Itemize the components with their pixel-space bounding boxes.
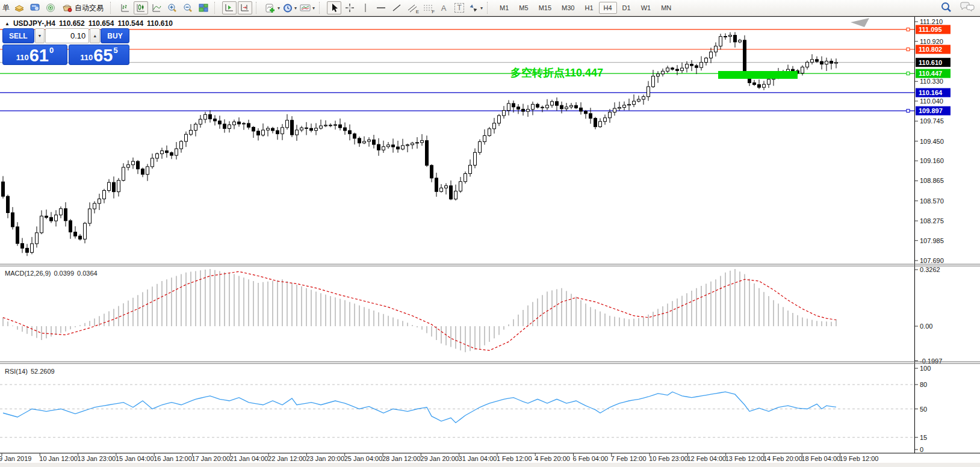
buy-button[interactable]: BUY (101, 28, 129, 43)
bar-chart-icon (120, 3, 131, 13)
volume-decrease-button[interactable]: ▼ (35, 28, 45, 43)
svg-text:22 Jan 12:00: 22 Jan 12:00 (268, 455, 306, 462)
timeframe-m30-button[interactable]: M30 (557, 2, 579, 14)
svg-text:109.897: 109.897 (919, 107, 943, 114)
time-axis[interactable]: 9 Jan 201910 Jan 12:0013 Jan 23:0015 Jan… (0, 453, 980, 462)
line-handles[interactable] (907, 28, 910, 112)
autotrading-button[interactable]: 自动交易 (59, 1, 107, 14)
svg-text:10 Feb 23:00: 10 Feb 23:00 (649, 455, 688, 462)
price-axis[interactable]: 111.210111.095110.920110.802110.610110.4… (915, 17, 980, 453)
chart-shift-icon (224, 3, 235, 13)
one-click-trading-panel: SELL ▼ ▲ BUY 110 61 0 110 65 5 (2, 28, 129, 65)
svg-text:10 Jan 12:00: 10 Jan 12:00 (39, 455, 78, 462)
svg-text:110.447: 110.447 (919, 70, 942, 77)
zoom-out-button[interactable] (181, 1, 195, 14)
auto-scroll-button[interactable] (238, 1, 252, 14)
dropdown-caret-icon: ▾ (480, 5, 483, 11)
svg-text:29 Jan 20:00: 29 Jan 20:00 (420, 455, 459, 462)
text-tool-button[interactable]: A (436, 1, 451, 14)
new-order-button[interactable]: 单 (1, 1, 11, 14)
indicators-button[interactable]: ▾ (264, 1, 281, 14)
crosshair-tool-button[interactable] (343, 1, 357, 14)
tile-windows-button[interactable] (196, 1, 211, 14)
chart-title: ▲ USDJPY-,H4 110.652 110.654 110.544 110… (5, 19, 173, 28)
history-center-button[interactable] (12, 1, 26, 14)
channel-tool-button[interactable]: E (405, 1, 420, 14)
horizontal-price-lines[interactable] (0, 29, 914, 111)
volume-input[interactable] (45, 28, 89, 43)
tile-windows-icon (198, 3, 209, 13)
svg-text:12 Feb 04:00: 12 Feb 04:00 (687, 455, 726, 462)
svg-text:108.570: 108.570 (920, 197, 944, 205)
highlight-rectangle[interactable] (718, 71, 798, 79)
signals-icon (45, 3, 56, 13)
templates-button[interactable]: ▾ (299, 1, 315, 14)
svg-text:110.164: 110.164 (919, 89, 943, 96)
rsi-pane[interactable] (0, 385, 914, 438)
svg-text:7 Feb 12:00: 7 Feb 12:00 (611, 455, 647, 462)
horizontal-line-tool-button[interactable] (374, 1, 388, 14)
toolbar-separator (214, 2, 219, 14)
svg-text:110.610: 110.610 (919, 59, 942, 66)
text-label-tool-label: T (454, 3, 464, 13)
fibonacci-tool-button[interactable]: F (421, 1, 435, 14)
chart-annotation[interactable]: 多空转折点110.447 (510, 67, 603, 79)
sell-price-big: 61 (29, 48, 49, 63)
search-icon[interactable] (940, 1, 952, 13)
toolbar: 单 自动交易 ▾ ▾ (0, 0, 980, 16)
timeframe-mn-button[interactable]: MN (656, 2, 676, 14)
signals-button[interactable] (43, 1, 58, 14)
community-icon (29, 3, 40, 13)
timeframe-m1-button[interactable]: M1 (495, 2, 513, 14)
line-chart-type-button[interactable] (149, 1, 164, 14)
sell-price-sup: 0 (49, 46, 54, 55)
svg-text:18 Feb 04:00: 18 Feb 04:00 (801, 455, 840, 462)
panel-toggle-icon[interactable]: ▲ (5, 21, 10, 26)
sell-price-box[interactable]: 110 61 0 (2, 45, 67, 65)
bar-chart-type-button[interactable] (118, 1, 132, 14)
chart-window[interactable]: 多空转折点110.447 111.210111.095110.920110.80… (0, 17, 980, 467)
macd-pane[interactable] (3, 269, 836, 352)
chat-icon[interactable] (960, 1, 975, 13)
timeframe-m5-button[interactable]: M5 (514, 2, 533, 14)
buy-price-box[interactable]: 110 65 5 (69, 45, 129, 65)
svg-text:110.330: 110.330 (920, 78, 943, 85)
chart-canvas[interactable]: 多空转折点110.447 111.210111.095110.920110.80… (0, 17, 980, 467)
candle-chart-type-button[interactable] (134, 1, 148, 14)
timeframe-h1-button[interactable]: H1 (580, 2, 598, 14)
chart-shift-button[interactable] (222, 1, 237, 14)
svg-text:109.745: 109.745 (920, 117, 944, 125)
ohlc-close: 110.610 (147, 19, 173, 28)
svg-text:50: 50 (920, 406, 927, 413)
toolbar-separator (487, 2, 492, 14)
auto-scroll-icon (240, 3, 250, 13)
candles (2, 32, 838, 256)
zoom-in-button[interactable] (165, 1, 179, 14)
fibonacci-tool-label: F (432, 9, 435, 14)
shapes-tool-button[interactable]: ▾ (468, 1, 483, 14)
periods-button[interactable]: ▾ (282, 1, 297, 14)
sell-price-small: 110 (16, 53, 29, 62)
svg-text:0.3262: 0.3262 (920, 266, 940, 273)
svg-text:110.920: 110.920 (920, 38, 943, 45)
timeframe-h4-button[interactable]: H4 (599, 2, 617, 14)
candlestick-chart-icon (135, 3, 146, 13)
text-label-tool-button[interactable]: T (452, 1, 467, 14)
svg-text:1 Feb 12:00: 1 Feb 12:00 (497, 455, 532, 462)
template-icon (299, 3, 311, 13)
sell-button[interactable]: SELL (2, 28, 34, 43)
timeframe-m15-button[interactable]: M15 (534, 2, 556, 14)
timeframe-d1-button[interactable]: D1 (618, 2, 636, 14)
toolbar-separator (256, 2, 261, 14)
svg-text:21 Jan 04:00: 21 Jan 04:00 (230, 455, 268, 462)
autotrading-label: 自动交易 (75, 3, 104, 13)
community-button[interactable] (28, 1, 42, 14)
buy-price-sup: 5 (113, 46, 117, 55)
cursor-tool-button[interactable] (327, 1, 341, 14)
svg-text:31 Jan 04:00: 31 Jan 04:00 (459, 455, 497, 462)
timeframe-w1-button[interactable]: W1 (636, 2, 656, 14)
volume-increase-button[interactable]: ▲ (90, 28, 100, 43)
trendline-tool-button[interactable] (389, 1, 404, 14)
vertical-line-tool-button[interactable] (358, 1, 373, 14)
autotrading-icon (62, 3, 72, 13)
